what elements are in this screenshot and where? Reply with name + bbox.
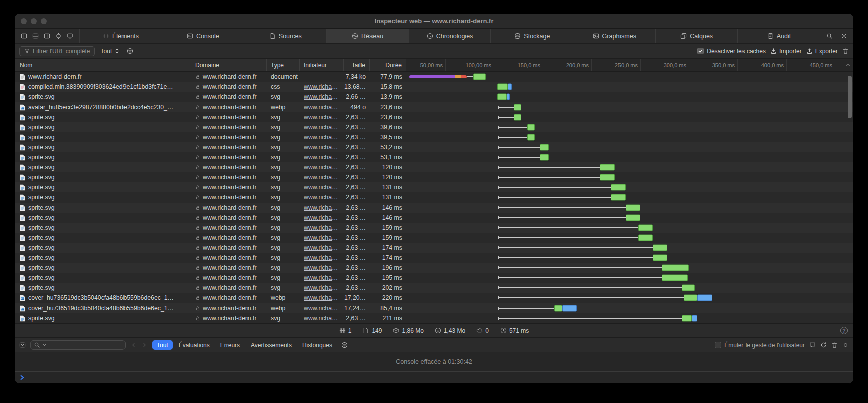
initiator-link[interactable]: www.richard-d… xyxy=(304,274,340,281)
table-row[interactable]: sprite.svgwww.richard-dern.frsvgwww.rich… xyxy=(15,192,853,203)
disable-caches-checkbox[interactable]: Désactiver les caches xyxy=(697,48,766,55)
back-button[interactable] xyxy=(130,342,137,348)
table-row[interactable]: cover_hu736519dc3b5040cfa48b6b559b6de6ec… xyxy=(15,293,853,303)
table-row[interactable]: sprite.svgwww.richard-dern.frsvgwww.rich… xyxy=(15,253,853,263)
table-row[interactable]: sprite.svgwww.richard-dern.frsvgwww.rich… xyxy=(15,213,853,223)
initiator-link[interactable]: www.richard-d… xyxy=(304,134,340,141)
initiator-link[interactable]: www.richard-d… xyxy=(304,83,340,90)
table-row[interactable]: sprite.svgwww.richard-dern.frsvgwww.rich… xyxy=(15,263,853,273)
table-row[interactable]: sprite.svgwww.richard-dern.frsvgwww.rich… xyxy=(15,152,853,162)
table-row[interactable]: sprite.svgwww.richard-dern.frsvgwww.rich… xyxy=(15,182,853,192)
tab-audit[interactable]: Audit xyxy=(738,29,820,43)
initiator-link[interactable]: www.richard-d… xyxy=(304,315,340,322)
expand-console-icon[interactable] xyxy=(842,342,849,348)
initiator-link[interactable]: www.richard-d… xyxy=(304,124,340,131)
scroll-top-icon[interactable] xyxy=(845,62,851,68)
table-row[interactable]: sprite.svgwww.richard-dern.frsvgwww.rich… xyxy=(15,283,853,293)
column-header-domaine[interactable]: Domaine xyxy=(191,59,267,71)
console-filter-options-icon[interactable] xyxy=(341,342,348,348)
table-row[interactable]: sprite.svgwww.richard-dern.frsvgwww.rich… xyxy=(15,92,853,102)
initiator-link[interactable]: www.richard-d… xyxy=(304,284,340,291)
table-row[interactable]: sprite.svgwww.richard-dern.frsvgwww.rich… xyxy=(15,243,853,253)
console-search-input[interactable] xyxy=(30,340,126,350)
table-row[interactable]: sprite.svgwww.richard-dern.frsvgwww.rich… xyxy=(15,142,853,152)
dock-right-icon[interactable] xyxy=(44,33,50,39)
minimize-window-button[interactable] xyxy=(31,18,37,24)
vertical-scrollbar-thumb[interactable] xyxy=(848,76,852,118)
initiator-link[interactable]: www.richard-d… xyxy=(304,254,340,261)
close-window-button[interactable] xyxy=(21,18,27,24)
gear-icon[interactable] xyxy=(841,33,847,39)
resource-type-select[interactable]: Tout xyxy=(99,48,122,55)
table-row[interactable]: sprite.svgwww.richard-dern.frsvgwww.rich… xyxy=(15,223,853,233)
console-tab-tout[interactable]: Tout xyxy=(152,340,173,350)
console-scope-icon[interactable] xyxy=(19,342,26,348)
initiator-link[interactable]: www.richard-d… xyxy=(304,204,340,211)
export-button[interactable]: Exporter xyxy=(806,48,838,55)
initiator-link[interactable]: www.richard-d… xyxy=(304,294,340,301)
console-bubble-icon[interactable] xyxy=(809,342,816,348)
table-row[interactable]: avatar_hu85ecc3e298728880b0bde2dcc4e5c23… xyxy=(15,102,853,112)
initiator-link[interactable]: www.richard-d… xyxy=(304,224,340,231)
emulate-user-gesture-checkbox[interactable]: Émuler le geste de l'utilisateur xyxy=(715,342,805,349)
responsive-mode-icon[interactable] xyxy=(67,33,73,39)
table-row[interactable]: compiled.min.38390909f303624ed9e1cf1bd3f… xyxy=(15,82,853,92)
search-icon[interactable] xyxy=(826,33,833,39)
dock-left-icon[interactable] xyxy=(21,33,27,39)
initiator-link[interactable]: www.richard-d… xyxy=(304,305,340,312)
console-tab-evaluations[interactable]: Évaluations xyxy=(174,340,214,350)
tab-calques[interactable]: Calques xyxy=(656,29,738,43)
column-header-nom[interactable]: Nom xyxy=(15,59,191,71)
column-header-taille[interactable]: Taille xyxy=(344,59,370,71)
table-row[interactable]: sprite.svgwww.richard-dern.frsvgwww.rich… xyxy=(15,233,853,243)
tab-chronologies[interactable]: Chronologies xyxy=(409,29,491,43)
table-row[interactable]: www.richard-dern.frwww.richard-dern.frdo… xyxy=(15,72,853,82)
initiator-link[interactable]: www.richard-d… xyxy=(304,184,340,191)
initiator-link[interactable]: www.richard-d… xyxy=(304,164,340,171)
table-row[interactable]: cover_hu736519dc3b5040cfa48b6b559b6de6ec… xyxy=(15,303,853,313)
initiator-link[interactable]: www.richard-d… xyxy=(304,194,340,201)
column-header-duree[interactable]: Durée xyxy=(370,59,406,71)
zoom-window-button[interactable] xyxy=(41,18,47,24)
clear-console-icon[interactable] xyxy=(831,342,838,348)
tab-sources[interactable]: Sources xyxy=(244,29,327,43)
table-row[interactable]: sprite.svgwww.richard-dern.frsvgwww.rich… xyxy=(15,172,853,182)
element-picker-icon[interactable] xyxy=(55,33,62,39)
tab-console[interactable]: Console xyxy=(162,29,244,43)
column-header-initiateur[interactable]: Initiateur xyxy=(300,59,344,71)
initiator-link[interactable]: www.richard-d… xyxy=(304,264,340,271)
tab-graphismes[interactable]: Graphismes xyxy=(573,29,656,43)
import-button[interactable]: Importer xyxy=(770,48,802,55)
table-row[interactable]: sprite.svgwww.richard-dern.frsvgwww.rich… xyxy=(15,203,853,213)
table-row[interactable]: sprite.svgwww.richard-dern.frsvgwww.rich… xyxy=(15,162,853,172)
tab-reseau[interactable]: Réseau xyxy=(327,29,409,43)
network-filter-options-icon[interactable] xyxy=(127,48,133,54)
dock-bottom-icon[interactable] xyxy=(32,33,39,39)
traffic-lights[interactable] xyxy=(21,18,47,24)
initiator-link[interactable]: www.richard-d… xyxy=(304,114,340,121)
initiator-link[interactable]: www.richard-d… xyxy=(304,244,340,251)
console-tab-historiques[interactable]: Historiques xyxy=(298,340,337,350)
initiator-link[interactable]: www.richard-d… xyxy=(304,144,340,151)
table-row[interactable]: sprite.svgwww.richard-dern.frsvgwww.rich… xyxy=(15,313,853,323)
table-row[interactable]: sprite.svgwww.richard-dern.frsvgwww.rich… xyxy=(15,112,853,122)
table-row[interactable]: sprite.svgwww.richard-dern.frsvgwww.rich… xyxy=(15,273,853,283)
tab-stockage[interactable]: Stockage xyxy=(491,29,573,43)
reload-icon[interactable] xyxy=(820,342,827,348)
console-prompt[interactable] xyxy=(15,371,853,383)
initiator-link[interactable]: www.richard-d… xyxy=(304,93,340,100)
initiator-link[interactable]: www.richard-d… xyxy=(304,214,340,221)
table-row[interactable]: sprite.svgwww.richard-dern.frsvgwww.rich… xyxy=(15,122,853,132)
help-button[interactable]: ? xyxy=(840,327,848,334)
clear-network-icon[interactable] xyxy=(842,48,849,54)
table-row[interactable]: sprite.svgwww.richard-dern.frsvgwww.rich… xyxy=(15,132,853,142)
column-header-type[interactable]: Type xyxy=(267,59,300,71)
console-tab-avertissements[interactable]: Avertissements xyxy=(246,340,296,350)
forward-button[interactable] xyxy=(141,342,148,348)
console-tab-erreurs[interactable]: Erreurs xyxy=(216,340,244,350)
initiator-link[interactable]: www.richard-d… xyxy=(304,174,340,181)
initiator-link[interactable]: www.richard-d… xyxy=(304,234,340,241)
initiator-link[interactable]: www.richard-d… xyxy=(304,154,340,161)
url-filter-input[interactable]: Filtrer l'URL complète xyxy=(19,46,95,56)
tab-elements[interactable]: Éléments xyxy=(80,29,162,43)
